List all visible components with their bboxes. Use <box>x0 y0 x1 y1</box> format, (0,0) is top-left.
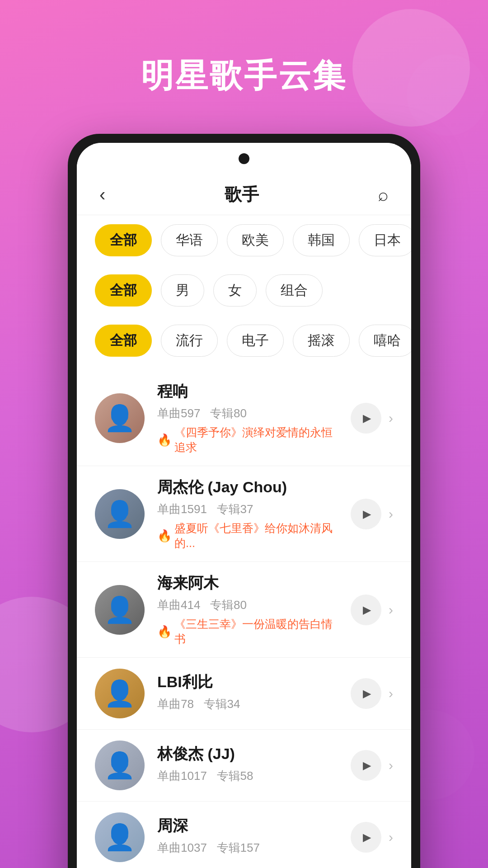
hero-title: 明星歌手云集 <box>141 54 347 98</box>
artist-name: 程响 <box>157 381 338 402</box>
artist-hot-desc: 🔥 《三生三幸》一份温暖的告白情书 <box>157 617 338 646</box>
filter-tag-rock[interactable]: 摇滚 <box>293 325 350 357</box>
filter-tag-male[interactable]: 男 <box>161 274 204 307</box>
artist-actions: › <box>351 822 393 853</box>
chevron-right-icon: › <box>389 410 393 426</box>
phone-screen: ‹ 歌手 ⌕ 全部 华语 欧美 韩国 日本 全部 男 女 组合 全 <box>77 143 411 868</box>
phone-mockup: ‹ 歌手 ⌕ 全部 华语 欧美 韩国 日本 全部 男 女 组合 全 <box>68 134 420 868</box>
artist-info: 周深 单曲1037 专辑157 <box>157 816 338 859</box>
artist-item[interactable]: 林俊杰 (JJ) 单曲1017 专辑58 › <box>77 730 411 802</box>
camera-dot <box>239 153 249 164</box>
filter-row-gender: 全部 男 女 组合 <box>77 265 411 316</box>
phone-top-bar <box>77 143 411 175</box>
artist-stats: 单曲414 专辑80 <box>157 597 338 613</box>
play-button[interactable] <box>351 750 381 781</box>
filter-tag-chinese[interactable]: 华语 <box>161 224 218 256</box>
chevron-right-icon: › <box>389 506 393 522</box>
filter-tag-female[interactable]: 女 <box>213 274 257 307</box>
play-button[interactable] <box>351 594 381 625</box>
navigation-bar: ‹ 歌手 ⌕ <box>77 175 411 215</box>
artist-stats: 单曲1591 专辑37 <box>157 501 338 517</box>
play-button[interactable] <box>351 822 381 853</box>
chevron-right-icon: › <box>389 686 393 701</box>
filter-tag-hiphop[interactable]: 嘻哈 <box>359 325 411 357</box>
artist-avatar <box>95 393 145 443</box>
artist-info: 海来阿木 单曲414 专辑80 🔥 《三生三幸》一份温暖的告白情书 <box>157 573 338 646</box>
artist-avatar <box>95 741 145 790</box>
artist-actions: › <box>351 403 393 434</box>
artist-info: LBI利比 单曲78 专辑34 <box>157 672 338 716</box>
artist-item[interactable]: 周深 单曲1037 专辑157 › <box>77 802 411 868</box>
artist-hot-desc: 🔥 盛夏听《七里香》给你如沐清风的... <box>157 521 338 551</box>
filter-tag-electronic[interactable]: 电子 <box>227 325 284 357</box>
filter-tag-pop[interactable]: 流行 <box>161 325 218 357</box>
fire-icon: 🔥 <box>157 529 172 543</box>
artist-hot-desc: 🔥 《四季予你》演绎对爱情的永恒追求 <box>157 425 338 455</box>
fire-icon: 🔥 <box>157 625 172 639</box>
artist-actions: › <box>351 678 393 709</box>
play-button[interactable] <box>351 678 381 709</box>
artist-avatar <box>95 669 145 718</box>
play-button[interactable] <box>351 499 381 529</box>
filter-tag-japanese[interactable]: 日本 <box>359 224 411 256</box>
play-button[interactable] <box>351 403 381 434</box>
artist-avatar <box>95 489 145 539</box>
back-button[interactable]: ‹ <box>99 184 105 205</box>
filter-tag-korean[interactable]: 韩国 <box>293 224 350 256</box>
artist-stats: 单曲1017 专辑58 <box>157 768 338 784</box>
artist-avatar <box>95 812 145 862</box>
artist-actions: › <box>351 750 393 781</box>
content-area: 全部 华语 欧美 韩国 日本 全部 男 女 组合 全部 流行 电子 摇滚 嘻哈 … <box>77 215 411 868</box>
chevron-right-icon: › <box>389 602 393 618</box>
filter-tag-western[interactable]: 欧美 <box>227 224 284 256</box>
filter-tag-group[interactable]: 组合 <box>266 274 323 307</box>
chevron-right-icon: › <box>389 830 393 845</box>
page-title: 歌手 <box>225 183 259 206</box>
fire-icon: 🔥 <box>157 433 172 447</box>
artist-name: LBI利比 <box>157 672 338 693</box>
artist-name: 周深 <box>157 816 338 836</box>
artist-item[interactable]: 程响 单曲597 专辑80 🔥 《四季予你》演绎对爱情的永恒追求 <box>77 370 411 466</box>
artist-actions: › <box>351 594 393 625</box>
artist-actions: › <box>351 499 393 529</box>
artist-info: 程响 单曲597 专辑80 🔥 《四季予你》演绎对爱情的永恒追求 <box>157 381 338 455</box>
filter-tag-all-region[interactable]: 全部 <box>95 224 152 256</box>
artist-item[interactable]: LBI利比 单曲78 专辑34 › <box>77 658 411 730</box>
artist-avatar <box>95 585 145 635</box>
artist-list: 程响 单曲597 专辑80 🔥 《四季予你》演绎对爱情的永恒追求 <box>77 366 411 868</box>
search-button[interactable]: ⌕ <box>378 184 389 205</box>
artist-info: 周杰伦 (Jay Chou) 单曲1591 专辑37 🔥 盛夏听《七里香》给你如… <box>157 477 338 551</box>
artist-stats: 单曲597 专辑80 <box>157 406 338 421</box>
artist-item[interactable]: 海来阿木 单曲414 专辑80 🔥 《三生三幸》一份温暖的告白情书 <box>77 562 411 658</box>
artist-info: 林俊杰 (JJ) 单曲1017 专辑58 <box>157 744 338 788</box>
artist-item[interactable]: 周杰伦 (Jay Chou) 单曲1591 专辑37 🔥 盛夏听《七里香》给你如… <box>77 466 411 562</box>
artist-name: 周杰伦 (Jay Chou) <box>157 477 338 498</box>
chevron-right-icon: › <box>389 758 393 773</box>
filter-tag-all-genre[interactable]: 全部 <box>95 325 152 357</box>
artist-name: 林俊杰 (JJ) <box>157 744 338 764</box>
filter-tag-all-gender[interactable]: 全部 <box>95 274 152 307</box>
artist-stats: 单曲1037 专辑157 <box>157 840 338 856</box>
artist-stats: 单曲78 专辑34 <box>157 696 338 712</box>
artist-name: 海来阿木 <box>157 573 338 594</box>
filter-row-genre: 全部 流行 电子 摇滚 嘻哈 R&B 民 <box>77 316 411 366</box>
filter-row-region: 全部 华语 欧美 韩国 日本 <box>77 215 411 265</box>
